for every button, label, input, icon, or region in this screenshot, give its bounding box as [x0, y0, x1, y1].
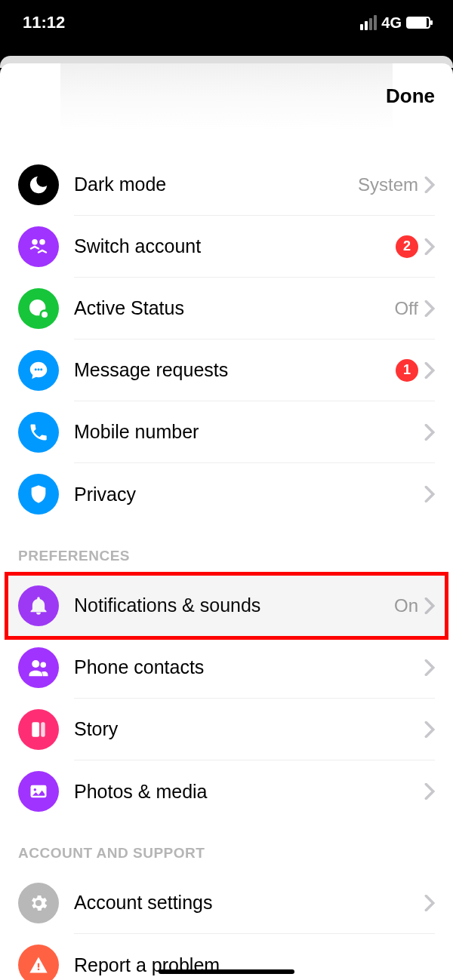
- row-active-status[interactable]: Active Status Off: [0, 278, 453, 339]
- phone-icon: [18, 412, 59, 453]
- svg-point-5: [38, 368, 40, 370]
- row-label: Story: [74, 718, 424, 740]
- section-header-account: ACCOUNT AND SUPPORT: [0, 822, 453, 872]
- row-label: Mobile number: [74, 421, 424, 443]
- contacts-icon: [18, 647, 59, 688]
- row-dark-mode[interactable]: Dark mode System: [0, 154, 453, 216]
- badge: 2: [396, 235, 418, 258]
- row-value: Off: [394, 298, 418, 319]
- status-indicators: 4G: [360, 14, 430, 32]
- row-message-requests[interactable]: Message requests 1: [0, 339, 453, 401]
- settings-sheet: Done Dark mode System Switch account 2: [0, 63, 453, 980]
- story-icon: [18, 709, 59, 750]
- chevron-right-icon: [424, 177, 435, 193]
- row-label: Account settings: [74, 892, 424, 914]
- row-switch-account[interactable]: Switch account 2: [0, 216, 453, 278]
- svg-point-12: [34, 788, 37, 791]
- row-value: On: [394, 595, 418, 616]
- switch-account-icon: [18, 226, 59, 267]
- done-button[interactable]: Done: [386, 84, 435, 108]
- svg-rect-9: [32, 722, 39, 737]
- svg-point-0: [32, 239, 38, 245]
- network-label: 4G: [381, 14, 402, 32]
- chevron-right-icon: [424, 486, 435, 502]
- row-label: Privacy: [74, 484, 424, 505]
- row-mobile-number[interactable]: Mobile number: [0, 401, 453, 463]
- row-story[interactable]: Story: [0, 699, 453, 760]
- chevron-right-icon: [424, 895, 435, 911]
- chevron-right-icon: [424, 598, 435, 614]
- shield-icon: [18, 474, 59, 515]
- chevron-right-icon: [424, 238, 435, 255]
- chevron-right-icon: [424, 424, 435, 441]
- chevron-right-icon: [424, 659, 435, 676]
- svg-point-7: [32, 660, 39, 668]
- bell-icon: [18, 585, 59, 626]
- settings-list: Dark mode System Switch account 2 Active…: [0, 154, 453, 980]
- row-privacy[interactable]: Privacy: [0, 463, 453, 525]
- svg-point-6: [40, 368, 42, 370]
- row-account-settings[interactable]: Account settings: [0, 872, 453, 934]
- svg-point-1: [39, 239, 45, 245]
- moon-icon: [18, 164, 59, 205]
- row-photos-media[interactable]: Photos & media: [0, 760, 453, 822]
- chevron-right-icon: [424, 783, 435, 800]
- header-blur: [60, 63, 393, 131]
- signal-icon: [360, 15, 377, 30]
- row-value: System: [358, 174, 418, 195]
- chevron-right-icon: [424, 362, 435, 379]
- svg-point-3: [41, 311, 49, 319]
- section-header-preferences: PREFERENCES: [0, 525, 453, 575]
- status-bar: 11:12 4G: [0, 0, 453, 45]
- chevron-right-icon: [424, 300, 435, 317]
- home-indicator: [159, 969, 294, 974]
- svg-point-8: [41, 662, 47, 668]
- row-label: Phone contacts: [74, 656, 424, 678]
- row-label: Notifications & sounds: [74, 594, 394, 616]
- row-label: Message requests: [74, 359, 396, 381]
- warning-icon: [18, 945, 59, 980]
- photo-icon: [18, 771, 59, 812]
- row-label: Photos & media: [74, 781, 424, 803]
- battery-icon: [406, 17, 430, 29]
- svg-rect-10: [41, 722, 45, 737]
- row-notifications-sounds[interactable]: Notifications & sounds On: [0, 575, 453, 637]
- chevron-right-icon: [424, 721, 435, 738]
- svg-point-4: [35, 368, 37, 370]
- row-phone-contacts[interactable]: Phone contacts: [0, 637, 453, 699]
- row-label: Dark mode: [74, 174, 358, 195]
- gear-icon: [18, 883, 59, 923]
- row-label: Switch account: [74, 235, 396, 257]
- row-label: Active Status: [74, 297, 394, 319]
- status-time: 11:12: [23, 13, 65, 32]
- badge: 1: [396, 359, 418, 382]
- active-status-icon: [18, 288, 59, 329]
- chat-icon: [18, 350, 59, 391]
